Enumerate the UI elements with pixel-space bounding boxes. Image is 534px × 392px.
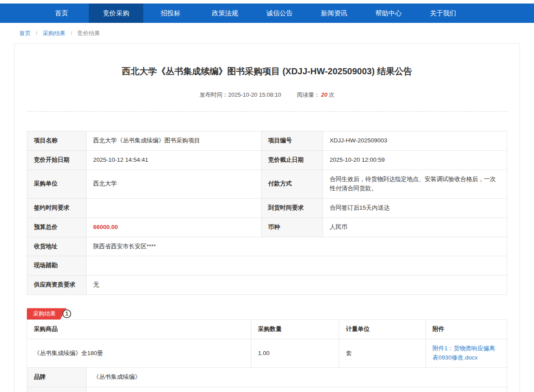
info-label: 收货地址 xyxy=(27,237,87,256)
detail-value: 《丛书集成续编》（全180册） xyxy=(87,387,507,392)
table-row: 现场踏勘 xyxy=(27,256,507,276)
view-count-value: 20 xyxy=(321,91,327,98)
table-row: 型号 《丛书集成续编》（全180册） xyxy=(27,387,507,392)
info-label: 签约时间要求 xyxy=(27,198,87,218)
detail-label: 品牌 xyxy=(27,368,87,387)
column-header-product: 采购商品 xyxy=(27,320,251,339)
info-label: 付款方式 xyxy=(262,170,323,198)
info-label: 到货时间要求 xyxy=(262,198,323,218)
page-title: 西北大学《丛书集成续编》图书采购项目 (XDJJ-HW-202509003) 结… xyxy=(58,65,476,78)
view-count: 阅读量：20次 xyxy=(297,91,334,98)
table-row: 采购单位 西北大学 付款方式 合同生效后，待货物到达指定地点、安装调试验收合格后… xyxy=(27,170,507,198)
nav-item-policy[interactable]: 政策法规 xyxy=(198,4,252,23)
table-header-row: 采购商品 采购数量 计量单位 附件 xyxy=(27,320,507,339)
nav-item-news[interactable]: 新闻资讯 xyxy=(307,4,361,23)
result-ribbon: 采购结果 xyxy=(27,308,66,319)
detail-value: 《丛书集成续编》 xyxy=(87,368,507,387)
nav-item-tender[interactable]: 招投标 xyxy=(143,4,198,23)
info-value: 西北大学《丛书集成续编》图书采购项目 xyxy=(87,131,262,151)
nav-item-bidding-procurement[interactable]: 竞价采购 xyxy=(89,4,143,23)
info-label: 预算总价 xyxy=(27,218,87,237)
info-value: 2025-10-20 12:00:59 xyxy=(323,150,507,170)
table-row: 签约时间要求 到货时间要求 合同签订后15天内送达 xyxy=(27,198,507,218)
product-name: 《丛书集成续编》全180册 xyxy=(27,339,251,368)
nav-item-integrity-notice[interactable]: 诚信公告 xyxy=(252,4,307,23)
info-label: 项目名称 xyxy=(27,131,87,151)
publish-time-label: 发布时间： xyxy=(200,91,228,98)
breadcrumb-separator: / xyxy=(71,30,73,36)
table-row: 供应商资质要求 无 xyxy=(27,276,507,295)
table-row: 竞价开始日期 2025-10-12 14:54:41 竞价截止日期 2025-1… xyxy=(27,150,507,170)
article-meta: 发布时间：2025-10-20 15:08:10 阅读量：20次 xyxy=(27,91,507,112)
announcement-card: 西北大学《丛书集成续编》图书采购项目 (XDJJ-HW-202509003) 结… xyxy=(14,44,520,392)
result-count-badge: 1 xyxy=(62,309,71,318)
info-value xyxy=(87,256,507,276)
info-value: 2025-10-12 14:54:41 xyxy=(87,150,262,170)
breadcrumb-separator: / xyxy=(36,30,38,36)
info-value: XDJJ-HW-202509003 xyxy=(323,131,507,151)
table-row: 收货地址 陕西省西安市长安区**** xyxy=(27,237,507,256)
procurement-result-section: 采购结果 1 采购商品 采购数量 计量单位 附件 《丛书集成续编》全180册 1… xyxy=(27,308,507,392)
publish-time-value: 2025-10-20 15:08:10 xyxy=(228,91,281,98)
table-row: 《丛书集成续编》全180册 1.00 套 附件1：货物类响应偏离表0930修改.… xyxy=(27,339,507,368)
attachment-cell: 附件1：货物类响应偏离表0930修改.docx xyxy=(426,339,507,368)
table-row: 预算总价 66000.00 币种 人民币 xyxy=(27,218,507,237)
nav-item-help-center[interactable]: 帮助中心 xyxy=(361,4,416,23)
column-header-unit: 计量单位 xyxy=(339,320,426,339)
info-value: 无 xyxy=(87,276,507,295)
publish-time: 发布时间：2025-10-20 15:08:10 xyxy=(200,91,283,98)
result-ribbon-row: 采购结果 1 xyxy=(27,308,507,319)
info-label: 项目编号 xyxy=(262,131,323,151)
info-label: 竞价截止日期 xyxy=(262,150,323,170)
budget-total-value: 66000.00 xyxy=(93,224,118,230)
nav-item-about-us[interactable]: 关于我们 xyxy=(416,4,470,23)
info-value: 合同签订后15天内送达 xyxy=(323,198,507,218)
info-value xyxy=(87,198,262,218)
column-header-attachment: 附件 xyxy=(426,320,507,339)
info-value: 西北大学 xyxy=(87,170,262,198)
breadcrumb-section-link[interactable]: 采购结果 xyxy=(43,30,65,36)
product-unit: 套 xyxy=(339,339,426,368)
info-label: 竞价开始日期 xyxy=(27,150,87,170)
product-quantity: 1.00 xyxy=(251,339,339,368)
info-value: 陕西省西安市长安区**** xyxy=(87,237,507,256)
column-header-quantity: 采购数量 xyxy=(251,320,339,339)
info-value budget-total: 66000.00 xyxy=(87,218,262,237)
table-row: 项目名称 西北大学《丛书集成续编》图书采购项目 项目编号 XDJJ-HW-202… xyxy=(27,131,507,151)
result-product-table: 采购商品 采购数量 计量单位 附件 《丛书集成续编》全180册 1.00 套 附… xyxy=(27,319,507,368)
top-navigation: 首页 竞价采购 招投标 政策法规 诚信公告 新闻资讯 帮助中心 关于我们 xyxy=(0,4,534,23)
info-label: 供应商资质要求 xyxy=(27,276,87,295)
breadcrumb: 首页 / 采购结果 / 竞价结果 xyxy=(0,23,534,42)
breadcrumb-current: 竞价结果 xyxy=(77,30,100,36)
info-label: 币种 xyxy=(262,218,323,237)
view-count-label: 阅读量： xyxy=(297,91,320,98)
view-count-unit: 次 xyxy=(329,91,334,98)
info-label: 现场踏勘 xyxy=(27,256,87,276)
result-detail-table: 品牌 《丛书集成续编》 型号 《丛书集成续编》（全180册） 成交总价 5390… xyxy=(27,367,507,392)
info-value: 合同生效后，待货物到达指定地点、安装调试验收合格后，一次性付清合同货款。 xyxy=(323,170,507,198)
info-label: 采购单位 xyxy=(27,170,87,198)
info-value: 人民币 xyxy=(323,218,507,237)
nav-item-home[interactable]: 首页 xyxy=(34,4,89,23)
table-row: 品牌 《丛书集成续编》 xyxy=(27,368,507,387)
detail-label: 型号 xyxy=(27,387,87,392)
project-info-table: 项目名称 西北大学《丛书集成续编》图书采购项目 项目编号 XDJJ-HW-202… xyxy=(27,131,507,295)
attachment-link[interactable]: 附件1：货物类响应偏离表0930修改.docx xyxy=(432,345,495,361)
breadcrumb-home-link[interactable]: 首页 xyxy=(19,30,31,36)
